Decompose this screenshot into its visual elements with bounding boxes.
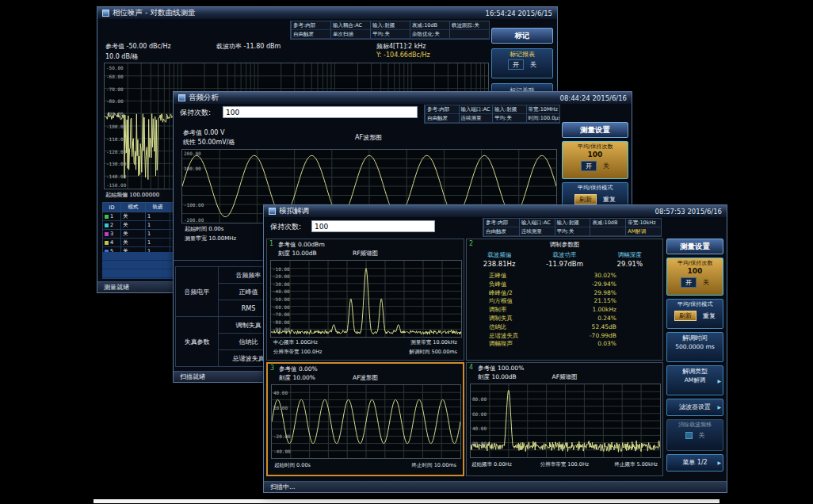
marker-menu-button[interactable]: 标记 [491, 28, 553, 44]
on-toggle[interactable]: 开 [681, 277, 697, 288]
setting-cell: 输入端口:AC [459, 105, 493, 114]
carrier-shift-on-box[interactable] [685, 432, 693, 439]
avg-hold-count-button[interactable]: 平均/保持次数 100 开 关 [666, 258, 723, 296]
panel-number: 1 [269, 240, 273, 247]
hold-count-input[interactable] [223, 106, 418, 118]
y-axis-label: -140.00 [106, 174, 126, 179]
filter-settings-button[interactable]: 滤波器设置 ▶ [666, 399, 723, 416]
af-waveform-plot: 40.0020.00-20.00-40.00 [271, 384, 461, 459]
window1-titlebar[interactable]: 相位噪声 - 对数曲线测量 16:54:24 2015/6/15 [97, 7, 557, 19]
window2-titlebar[interactable]: 音频分析 08:44:24 2015/6/16 [174, 92, 632, 104]
window3-statusbar: 扫描中... [264, 481, 727, 492]
avg-hold-mode-label: 平均/保持模式 [667, 300, 723, 308]
setting-cell: 自由触发 [425, 114, 459, 123]
avg-hold-count-label: 平均/保持次数 [667, 258, 723, 267]
repeat-toggle[interactable]: 重复 [603, 195, 616, 204]
hold-count-input[interactable] [311, 220, 435, 232]
rf-spectrum-plot: -10.00-20.00-30.00-40.00-50.00-60.00-70.… [270, 260, 462, 338]
start-offset: 起始频偏 100.00000 [105, 191, 159, 199]
setting-cell: 输入:射频 [370, 21, 410, 30]
setting-cell: 带宽:10MHz [526, 105, 560, 114]
measure-settings-button[interactable]: 测量设置 [666, 239, 723, 254]
demod-time-button[interactable]: 解调时间 500.0000 ms [666, 332, 723, 362]
trace-color-swatch [105, 232, 109, 236]
setting-cell: 载波跟踪:关 [449, 21, 489, 30]
param-row: 均方根值21.15% [467, 297, 662, 306]
trace-color-swatch [105, 223, 109, 227]
param-values: 238.81Hz -11.97dBm 29.91% [467, 260, 662, 268]
y-axis-label: -100.00 [106, 124, 126, 129]
window3-titlebar[interactable]: 模拟解调 08:57:53 2015/6/16 [264, 205, 727, 217]
menu-page-button[interactable]: 菜单 1/2 ▶ [666, 454, 723, 472]
setting-cell: 平均:关 [370, 30, 410, 39]
chart-title: 调制参数图 [467, 241, 662, 249]
acquisition-settings-strip: 参考:内部 输入耦合:AC 输入:射频 衰减:10dB 载波跟踪:关 自由触发 … [290, 21, 490, 40]
window3-title: 模拟解调 [279, 206, 309, 216]
param-row: 信纳比52.45dB [467, 323, 662, 332]
setting-cell: 衰减:10dB [410, 21, 449, 30]
scale-per-div: 10.0 dB/格 [105, 52, 139, 61]
setting-cell: 参考:内部 [291, 21, 330, 30]
status-text: 扫描中... [270, 483, 296, 491]
carrier-shift-off-toggle[interactable]: 关 [699, 431, 705, 440]
desktop: { "icons": { "arrow_right": "▶" }, "win1… [0, 0, 813, 504]
y-axis-label: 40.00 [273, 390, 288, 395]
chart-title: AF波形图 [268, 374, 463, 382]
y-axis-label: 20.00 [472, 440, 487, 445]
panel-rf-spectrum[interactable]: 1 参考值 0.00dBm 刻度 10.00dB RF频谱图 -10.00-20… [266, 239, 464, 361]
measure-settings-button[interactable]: 测量设置 [562, 122, 628, 138]
panel-number: 3 [270, 365, 274, 372]
hold-count-label: 保持次数: [270, 222, 301, 232]
window-icon [178, 94, 185, 101]
y-axis-label: 60.00 [472, 410, 487, 416]
reference-value: 参考值 0.00% [279, 365, 318, 373]
y-axis-label: -20.00 [273, 273, 290, 279]
clock: 08:57:53 2015/6/16 [655, 208, 722, 216]
on-toggle[interactable]: 开 [508, 59, 524, 70]
panel-number: 4 [469, 364, 473, 371]
setting-cell: 输入耦合:AC [330, 21, 370, 30]
y-axis-label: -100.00 [184, 202, 204, 208]
chart-title: AF波形图 [181, 133, 555, 142]
repeat-toggle[interactable]: 重复 [703, 311, 716, 320]
carrier-power-header: 载波功率 [532, 251, 597, 259]
refresh-toggle[interactable]: 刷新 [574, 194, 597, 204]
setting-cell: 自由触发 [291, 30, 330, 39]
demod-time-value: 500.0000 ms [667, 342, 723, 350]
param-row: 正峰值30.02% [467, 272, 662, 281]
marker-readout: 频标4[T1]:2 kHz [376, 42, 426, 51]
y-axis-label: -40.00 [273, 288, 290, 294]
setting-cell: 带宽:10kHz [625, 219, 661, 227]
panel-mod-params[interactable]: 2 调制参数图 载波频偏 载波功率 调幅深度 238.81Hz -11.97dB… [466, 239, 663, 361]
demod-type-button[interactable]: 解调类型 AM解调 ▶ [666, 365, 723, 395]
panel-af-waveform[interactable]: 3 参考值 0.00% 刻度 10.00% AF波形图 40.0020.00-2… [266, 362, 464, 476]
panel-af-spectrum[interactable]: 4 参考值 100.00% 刻度 10.00dB AF频谱图 80.0060.0… [466, 362, 663, 476]
y-axis-label: -110.00 [106, 136, 126, 141]
refresh-toggle[interactable]: 刷新 [674, 311, 697, 321]
on-toggle[interactable]: 开 [581, 161, 597, 171]
off-toggle[interactable]: 关 [530, 60, 536, 69]
y-axis-label: -60.00 [106, 73, 124, 78]
window-icon [269, 208, 276, 215]
carrier-shift-label: 消除载波频移 [667, 420, 723, 429]
off-toggle[interactable]: 关 [703, 278, 709, 287]
status-text: 测量就绪 [104, 284, 129, 291]
bottom-strip [94, 499, 719, 503]
setting-cell: 参考:内部 [425, 105, 459, 114]
start-time: 起始时间 0.00s [274, 462, 311, 469]
off-toggle[interactable]: 关 [603, 162, 609, 170]
setting-cell: 自由触发 [483, 227, 519, 236]
y-axis-label: -120.00 [106, 148, 126, 154]
carrier-shift-button[interactable]: 消除载波频移 关 [666, 419, 723, 451]
setting-cell: 平均:关 [492, 114, 526, 123]
acquisition-settings-strip: 参考:内部 输入端口:AC 输入:射频 衰减:10dB 带宽:10kHz 自由触… [483, 218, 662, 237]
trace-color-swatch [105, 215, 109, 219]
marker-report-button[interactable]: 标记报表 开 关 [491, 48, 553, 78]
group-distortion: 失真参数 [176, 317, 219, 367]
setting-cell-demod: AM解调 [625, 227, 661, 236]
carrier-offset-value: 238.81Hz [467, 260, 532, 268]
avg-hold-count-button[interactable]: 平均/保持次数 100 开 关 [562, 141, 628, 179]
avg-hold-count-value: 100 [667, 267, 723, 276]
avg-hold-mode-button[interactable]: 平均/保持模式 刷新 重复 [666, 299, 723, 329]
setting-cell: 参考:内部 [483, 219, 519, 227]
